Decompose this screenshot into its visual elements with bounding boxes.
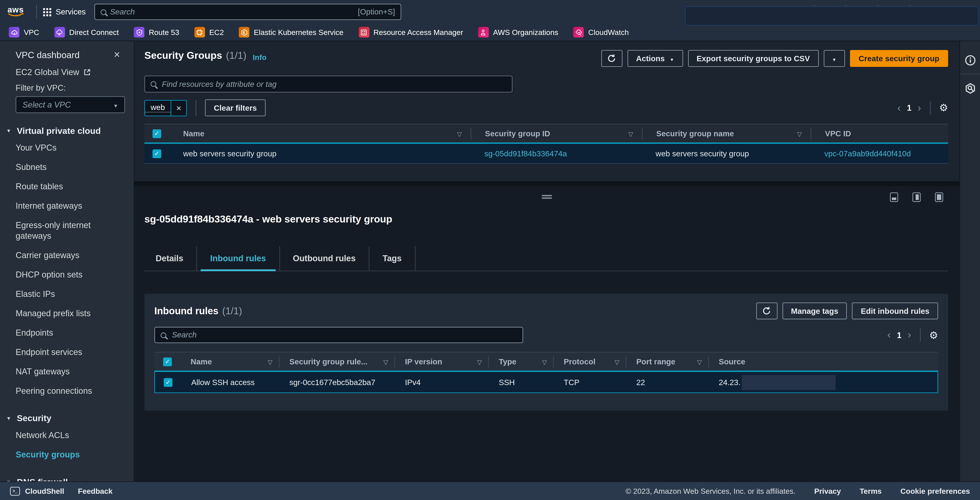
edit-inbound-rules-button[interactable]: Edit inbound rules: [852, 303, 938, 319]
column-header-protocol[interactable]: Protocol: [553, 356, 626, 367]
row-checkbox[interactable]: [153, 149, 161, 158]
filter-icon[interactable]: [457, 129, 462, 138]
sidebar-item-your-vpcs[interactable]: Your VPCs: [0, 138, 134, 158]
remove-filter-icon[interactable]: ×: [170, 100, 186, 115]
filter-icon[interactable]: [542, 357, 547, 366]
footer-feedback[interactable]: Feedback: [78, 487, 113, 495]
page-next-icon[interactable]: ›: [918, 103, 921, 113]
favorite-cloudwatch[interactable]: CloudWatch: [573, 27, 629, 38]
filter-icon[interactable]: [614, 357, 619, 366]
page-prev-icon[interactable]: ‹: [887, 330, 891, 340]
column-header-vpc-id[interactable]: VPC ID: [811, 128, 948, 139]
export-csv-button[interactable]: Export security groups to CSV: [688, 50, 819, 67]
sidebar-title[interactable]: VPC dashboard: [16, 50, 80, 60]
select-all-checkbox[interactable]: [163, 357, 172, 366]
favorite-organizations[interactable]: AWS Organizations: [478, 27, 558, 38]
table-settings-icon[interactable]: [929, 329, 938, 341]
sidebar-item-egress-only[interactable]: Egress-only internet gateways: [0, 216, 113, 246]
find-resources-field[interactable]: [144, 76, 512, 92]
create-security-group-button[interactable]: Create security group: [850, 50, 948, 67]
table-settings-icon[interactable]: [939, 102, 948, 114]
filter-chip-web[interactable]: web ×: [144, 100, 187, 116]
column-header-name[interactable]: Name: [169, 128, 471, 139]
select-all-checkbox[interactable]: [153, 129, 161, 138]
find-resources-input[interactable]: [161, 79, 506, 89]
layout-side-icon[interactable]: [913, 193, 921, 202]
row-checkbox[interactable]: [164, 378, 172, 386]
sidebar-item-managed-prefix-lists[interactable]: Managed prefix lists: [0, 304, 134, 323]
tab-details[interactable]: Details: [144, 246, 196, 271]
column-header-sg-id[interactable]: Security group ID: [471, 128, 642, 139]
global-search-input[interactable]: [106, 8, 358, 16]
page-prev-icon[interactable]: ‹: [897, 103, 901, 113]
filter-icon[interactable]: [383, 357, 388, 366]
sidebar-item-carrier-gateways[interactable]: Carrier gateways: [0, 246, 134, 265]
inbound-refresh-button[interactable]: [756, 303, 777, 319]
amazon-q-panel-button[interactable]: [960, 77, 980, 99]
services-menu[interactable]: Services: [43, 8, 86, 16]
page-number[interactable]: 1: [897, 330, 901, 340]
cell-sg-id-link[interactable]: sg-05dd91f84b336474a: [471, 149, 642, 158]
sidebar-section-vpc[interactable]: Virtual private cloud: [0, 113, 134, 138]
vpc-select[interactable]: Select a VPC: [16, 96, 125, 113]
global-search[interactable]: [Option+S]: [94, 4, 401, 20]
layout-full-icon[interactable]: [935, 193, 943, 202]
page-next-icon[interactable]: ›: [908, 330, 911, 340]
page-number[interactable]: 1: [907, 103, 912, 113]
sidebar-item-subnets[interactable]: Subnets: [0, 158, 134, 177]
sidebar-item-peering-connections[interactable]: Peering connections: [0, 381, 134, 401]
inbound-rule-row-selected[interactable]: Allow SSH access sgr-0cc1677ebc5ba2ba7 I…: [154, 371, 938, 393]
column-header-ip-version[interactable]: IP version: [395, 356, 488, 367]
footer-cloudshell[interactable]: >_ CloudShell: [10, 487, 64, 495]
column-header-source[interactable]: Source: [708, 356, 938, 367]
close-icon[interactable]: ×: [114, 52, 120, 58]
footer-terms-link[interactable]: Terms: [860, 487, 882, 495]
drag-handle-icon[interactable]: [542, 194, 552, 200]
inbound-search-input[interactable]: [170, 330, 517, 340]
favorite-eks[interactable]: Elastic Kubernetes Service: [239, 27, 344, 38]
column-header-sg-name[interactable]: Security group name: [642, 128, 811, 139]
favorite-route53[interactable]: Route 53: [134, 27, 179, 38]
footer-cookie-preferences-link[interactable]: Cookie preferences: [900, 487, 970, 495]
layout-bottom-icon[interactable]: [890, 193, 898, 202]
clear-filters-button[interactable]: Clear filters: [205, 99, 266, 116]
manage-tags-button[interactable]: Manage tags: [782, 303, 847, 319]
footer-privacy-link[interactable]: Privacy: [814, 487, 841, 495]
inbound-search-field[interactable]: [154, 327, 523, 343]
sidebar-item-nat-gateways[interactable]: NAT gateways: [0, 362, 134, 381]
info-panel-button[interactable]: [960, 49, 980, 71]
sidebar-item-elastic-ips[interactable]: Elastic IPs: [0, 284, 134, 304]
filter-icon[interactable]: [268, 357, 273, 366]
sidebar-item-security-groups[interactable]: Security groups: [0, 445, 134, 464]
favorite-ec2[interactable]: EC2: [194, 27, 224, 38]
filter-icon[interactable]: [477, 357, 482, 366]
table-row-selected[interactable]: web servers security group sg-05dd91f84b…: [144, 143, 948, 164]
actions-button[interactable]: Actions: [627, 50, 683, 67]
tab-outbound-rules[interactable]: Outbound rules: [279, 246, 369, 271]
column-header-rule-id[interactable]: Security group rule...: [279, 356, 395, 367]
sidebar-item-internet-gateways[interactable]: Internet gateways: [0, 196, 134, 216]
filter-icon[interactable]: [628, 129, 633, 138]
export-split-button[interactable]: [824, 50, 845, 67]
sidebar-item-network-acls[interactable]: Network ACLs: [0, 426, 134, 445]
column-header-port-range[interactable]: Port range: [626, 356, 708, 367]
aws-logo[interactable]: aws: [8, 6, 24, 18]
filter-icon[interactable]: [797, 129, 802, 138]
column-header-type[interactable]: Type: [488, 356, 553, 367]
favorite-ram[interactable]: Resource Access Manager: [358, 27, 463, 38]
sidebar-section-security[interactable]: Security: [0, 401, 134, 426]
sidebar-item-ec2-global-view[interactable]: EC2 Global View: [0, 60, 134, 77]
sidebar-item-endpoint-services[interactable]: Endpoint services: [0, 342, 134, 362]
tab-tags[interactable]: Tags: [369, 246, 415, 271]
favorite-vpc[interactable]: VPC: [9, 27, 39, 38]
sidebar-item-route-tables[interactable]: Route tables: [0, 177, 134, 196]
split-pane-divider[interactable]: [134, 181, 959, 186]
cell-vpc-id-link[interactable]: vpc-07a9ab9dd440f410d: [811, 149, 948, 158]
sidebar-item-dhcp[interactable]: DHCP option sets: [0, 265, 134, 284]
favorite-direct-connect[interactable]: Direct Connect: [54, 27, 119, 38]
column-header-name[interactable]: Name: [181, 356, 279, 367]
sidebar-item-endpoints[interactable]: Endpoints: [0, 323, 134, 342]
tab-inbound-rules[interactable]: Inbound rules: [196, 246, 279, 271]
refresh-button[interactable]: [601, 50, 622, 67]
info-link[interactable]: Info: [253, 53, 267, 62]
